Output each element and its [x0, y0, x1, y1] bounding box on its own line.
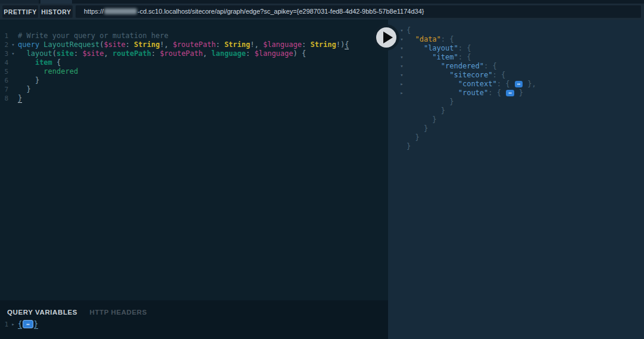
results-pane: ▾{▾ "data": {▾ "layout": {▾ "item": {▾ "…: [388, 20, 644, 339]
code-line: ▾ "item": {: [397, 53, 644, 62]
fold-spacer: [397, 133, 407, 142]
code-text: "context": { ↔ },: [407, 80, 536, 89]
tab-http-headers[interactable]: HTTP HEADERS: [90, 309, 147, 316]
fold-spacer: [8, 85, 18, 94]
url-suffix: -cd.sc10.localhost/sitecore/api/graph/ed…: [137, 8, 424, 15]
execute-query-button[interactable]: [373, 24, 399, 51]
redacted-hostname: [104, 8, 137, 14]
code-text: # Write your query or mutation here: [18, 32, 168, 40]
line-number: 6: [0, 76, 8, 85]
fold-spacer: [8, 94, 18, 103]
fold-spacer: [8, 32, 18, 40]
collapsed-content-pill[interactable]: ↔: [515, 81, 523, 87]
code-line: 5 rendered: [0, 67, 388, 76]
fold-closed-icon[interactable]: ▸: [397, 89, 407, 98]
fold-spacer: [397, 106, 407, 115]
code-text: }: [407, 142, 411, 151]
code-line: ▸ "route": { ↔ }: [397, 89, 644, 98]
code-text: "layout": {: [407, 44, 471, 53]
code-line: 6 }: [0, 76, 388, 85]
code-line: 1▸{↔}: [0, 320, 388, 329]
line-number: 1: [0, 320, 8, 329]
line-number: 1: [0, 32, 8, 40]
code-text: {↔}: [18, 320, 38, 329]
fold-closed-icon[interactable]: ▸: [8, 320, 18, 329]
collapsed-content-pill[interactable]: ↔: [506, 90, 514, 96]
query-variables-pane: QUERY VARIABLES HTTP HEADERS 1▸{↔}: [0, 300, 388, 339]
fold-spacer: [8, 58, 18, 67]
code-line: 2▾query LayoutRequest($site: String!, $r…: [0, 40, 388, 49]
query-editor[interactable]: 1# Write your query or mutation here2▾qu…: [0, 20, 388, 103]
code-line: ▾{: [397, 26, 644, 35]
fold-spacer: [8, 76, 18, 85]
code-text: }: [18, 94, 22, 103]
fold-open-icon[interactable]: ▾: [397, 71, 407, 80]
code-line: 4 item {: [0, 58, 388, 67]
code-line: ▾ "rendered": {: [397, 62, 644, 71]
code-text: query LayoutRequest($site: String!, $rou…: [18, 40, 349, 49]
code-line: ▾ "sitecore": {: [397, 71, 644, 80]
code-line: }: [397, 142, 644, 151]
code-text: }: [18, 85, 31, 94]
code-text: "route": { ↔ }: [407, 89, 523, 98]
line-number: 8: [0, 94, 8, 103]
code-text: }: [407, 133, 420, 142]
play-icon: [383, 32, 393, 43]
fold-spacer: [397, 142, 407, 151]
top-bar: PRETTIFY HISTORY https://-cd.sc10.localh…: [0, 0, 644, 20]
fold-spacer: [397, 98, 407, 106]
history-button[interactable]: HISTORY: [40, 5, 73, 18]
code-text: }: [407, 98, 454, 106]
code-line: }: [397, 98, 644, 106]
code-line: 7 }: [0, 85, 388, 94]
code-text: }: [407, 124, 428, 133]
code-text: "data": {: [407, 35, 454, 44]
fold-closed-icon[interactable]: ▸: [397, 80, 407, 89]
variables-editor[interactable]: 1▸{↔}: [0, 317, 388, 329]
code-line: 8}: [0, 94, 388, 103]
code-line: }: [397, 124, 644, 133]
code-text: }: [407, 106, 445, 115]
fold-open-icon[interactable]: ▾: [397, 44, 407, 53]
code-text: "item": {: [407, 53, 471, 62]
variables-header: QUERY VARIABLES HTTP HEADERS: [0, 300, 388, 317]
code-line: 3▾ layout(site: $site, routePath: $route…: [0, 49, 388, 58]
code-text: item {: [18, 58, 61, 67]
code-text: rendered: [18, 67, 78, 76]
code-line: ▾ "data": {: [397, 35, 644, 44]
code-text: layout(site: $site, routePath: $routePat…: [18, 49, 306, 58]
response-viewer: ▾{▾ "data": {▾ "layout": {▾ "item": {▾ "…: [388, 20, 644, 151]
tab-2[interactable]: [40, 0, 72, 4]
code-line: ▸ "context": { ↔ },: [397, 80, 644, 89]
code-line: }: [397, 106, 644, 115]
line-number: 3: [0, 49, 8, 58]
code-text: "rendered": {: [407, 62, 497, 71]
line-number: 4: [0, 58, 8, 67]
url-prefix: https://: [84, 8, 104, 15]
fold-spacer: [8, 67, 18, 76]
code-line: }: [397, 115, 644, 124]
code-line: }: [397, 133, 644, 142]
fold-open-icon[interactable]: ▾: [397, 62, 407, 71]
code-text: "sitecore": {: [407, 71, 505, 80]
code-text: {: [407, 26, 411, 35]
line-number: 5: [0, 67, 8, 76]
endpoint-url-input[interactable]: https://-cd.sc10.localhost/sitecore/api/…: [76, 5, 641, 18]
fold-spacer: [397, 124, 407, 133]
fold-spacer: [397, 115, 407, 124]
fold-open-icon[interactable]: ▾: [8, 49, 18, 58]
collapsed-content-pill[interactable]: ↔: [23, 320, 33, 328]
code-line: ▾ "layout": {: [397, 44, 644, 53]
tab-1[interactable]: [0, 0, 39, 4]
fold-open-icon[interactable]: ▾: [8, 40, 18, 49]
line-number: 7: [0, 85, 8, 94]
line-number: 2: [0, 40, 8, 49]
fold-open-icon[interactable]: ▾: [397, 53, 407, 62]
code-text: }: [18, 76, 39, 85]
code-text: }: [407, 115, 437, 124]
code-line: 1# Write your query or mutation here: [0, 32, 388, 40]
tab-query-variables[interactable]: QUERY VARIABLES: [7, 309, 77, 316]
tab-strip: [0, 0, 644, 4]
prettify-button[interactable]: PRETTIFY: [2, 5, 38, 18]
query-editor-pane: 1# Write your query or mutation here2▾qu…: [0, 20, 388, 300]
